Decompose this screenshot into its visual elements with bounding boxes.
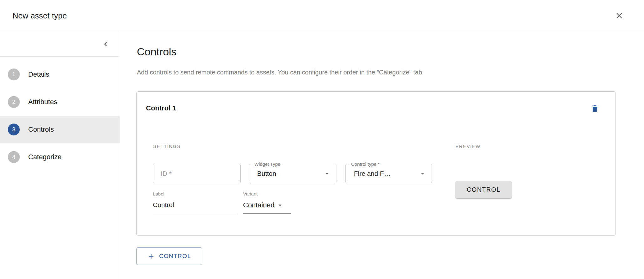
arrow-drop-down-icon bbox=[323, 170, 331, 178]
variant-field: Variant Contained bbox=[243, 191, 291, 214]
step-label: Details bbox=[28, 70, 49, 79]
step-details[interactable]: 1 Details bbox=[0, 61, 120, 88]
trash-icon bbox=[590, 104, 599, 113]
variant-select[interactable]: Contained bbox=[243, 196, 291, 214]
step-label: Controls bbox=[28, 125, 54, 134]
step-categorize[interactable]: 4 Categorize bbox=[0, 143, 120, 171]
variant-value: Contained bbox=[243, 201, 274, 209]
widget-type-select[interactable]: Widget Type Button bbox=[249, 164, 336, 183]
step-attributes[interactable]: 2 Attributes bbox=[0, 88, 120, 116]
arrow-drop-down-icon bbox=[276, 201, 284, 209]
step-number-badge: 2 bbox=[8, 96, 20, 108]
label-field-label: Label bbox=[153, 191, 237, 196]
control-preview-button[interactable]: CONTROL bbox=[455, 181, 512, 198]
collapse-sidebar-button[interactable] bbox=[99, 38, 112, 50]
id-input[interactable] bbox=[153, 164, 240, 183]
delete-control-button[interactable] bbox=[588, 102, 602, 115]
controls-step-panel: Controls Add controls to send remote com… bbox=[121, 32, 644, 279]
step-label: Categorize bbox=[28, 153, 61, 161]
step-number-badge: 1 bbox=[8, 68, 20, 80]
label-input[interactable] bbox=[153, 196, 237, 213]
step-label: Attributes bbox=[28, 98, 57, 106]
step-number-badge: 3 bbox=[8, 124, 20, 135]
page-description: Add controls to send remote commands to … bbox=[137, 69, 424, 76]
close-button[interactable] bbox=[612, 8, 627, 23]
control-type-value: Fire and F… bbox=[354, 170, 391, 177]
variant-field-label: Variant bbox=[243, 191, 291, 196]
add-control-button[interactable]: CONTROL bbox=[136, 247, 202, 265]
modal-header: New asset type bbox=[0, 0, 644, 31]
modal-title: New asset type bbox=[13, 11, 67, 20]
preview-section-label: PREVIEW bbox=[455, 144, 480, 149]
control-type-select[interactable]: Control type * Fire and F… bbox=[345, 164, 432, 183]
control-card-title: Control 1 bbox=[146, 104, 176, 112]
widget-type-label: Widget Type bbox=[252, 161, 282, 167]
control-card: Control 1 SETTINGS PREVIEW Widget Type B… bbox=[136, 91, 616, 236]
new-asset-type-modal: New asset type 1 Details 2 Attributes bbox=[0, 0, 644, 279]
control-type-label: Control type * bbox=[349, 161, 382, 167]
label-field: Label bbox=[153, 191, 237, 213]
add-control-button-label: CONTROL bbox=[159, 253, 191, 260]
close-icon bbox=[615, 11, 624, 20]
settings-section-label: SETTINGS bbox=[153, 144, 181, 149]
id-field bbox=[153, 164, 241, 183]
step-list: 1 Details 2 Attributes 3 Controls 4 Cate… bbox=[0, 57, 120, 171]
stepper-sidebar: 1 Details 2 Attributes 3 Controls 4 Cate… bbox=[0, 32, 120, 279]
step-controls-active[interactable]: 3 Controls bbox=[0, 116, 120, 143]
chevron-left-icon bbox=[101, 40, 110, 48]
step-number-badge: 4 bbox=[8, 151, 20, 163]
plus-icon bbox=[147, 252, 155, 260]
widget-type-value: Button bbox=[257, 170, 276, 177]
sidebar-collapse-row bbox=[0, 32, 120, 57]
page-title: Controls bbox=[137, 46, 177, 58]
arrow-drop-down-icon bbox=[418, 170, 427, 178]
